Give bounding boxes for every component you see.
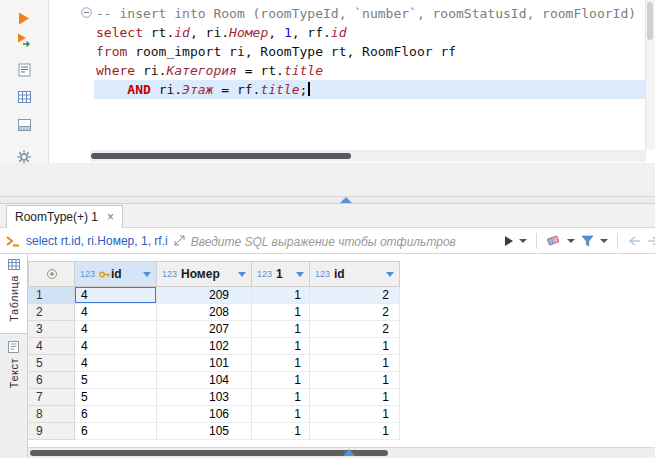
row-number[interactable]: 6 xyxy=(28,372,75,389)
panel-splitter[interactable] xyxy=(0,196,655,204)
grid-hscrollbar[interactable] xyxy=(28,447,655,458)
column-type-label: 123 xyxy=(257,269,272,279)
grid-cell[interactable]: 2 xyxy=(310,287,400,304)
grid-cell[interactable]: 5 xyxy=(75,372,157,389)
editor-hscrollbar[interactable] xyxy=(90,150,646,162)
collapse-panel-icon[interactable] xyxy=(343,449,355,456)
settings-gear-icon[interactable] xyxy=(13,148,35,166)
code-line[interactable]: -- insert into Room (roomTypeId, `number… xyxy=(96,4,636,23)
grid-cell[interactable]: 4 xyxy=(75,287,157,304)
execute-script-icon[interactable] xyxy=(13,31,35,49)
grid-cell[interactable]: 1 xyxy=(310,338,400,355)
grid-cell[interactable]: 1 xyxy=(310,406,400,423)
grid-cell[interactable]: 104 xyxy=(157,372,252,389)
execute-statement-icon[interactable] xyxy=(13,9,35,27)
grid-cell[interactable]: 1 xyxy=(310,355,400,372)
column-header-nomer[interactable]: 123 Номер xyxy=(157,261,252,287)
clear-filter-caret-icon[interactable] xyxy=(567,239,575,243)
code-token xyxy=(96,82,127,97)
output-panel-icon[interactable] xyxy=(13,116,35,134)
row-number[interactable]: 4 xyxy=(28,338,75,355)
grid-cell[interactable]: 4 xyxy=(75,338,157,355)
row-number[interactable]: 7 xyxy=(28,389,75,406)
code-area[interactable]: -- insert into Room (roomTypeId, `number… xyxy=(96,0,645,149)
tab-grid-view[interactable]: Таблица xyxy=(0,254,27,334)
key-icon xyxy=(99,270,111,279)
filter-history-caret-icon[interactable] xyxy=(519,239,527,243)
column-header-id2[interactable]: 123 id xyxy=(310,261,400,287)
column-header-1[interactable]: 123 1 xyxy=(252,261,310,287)
grid-cell[interactable]: 4 xyxy=(75,355,157,372)
close-icon[interactable]: × xyxy=(107,210,114,224)
vscrollbar-thumb[interactable] xyxy=(647,2,653,40)
prev-page-icon[interactable] xyxy=(627,236,641,246)
code-line[interactable]: where ri.Категория = rt.title xyxy=(96,61,323,80)
results-tab[interactable]: RoomType(+) 1 × xyxy=(6,205,123,228)
hscrollbar-thumb[interactable] xyxy=(91,153,351,159)
explain-plan-icon[interactable] xyxy=(13,61,35,79)
grid-cell[interactable]: 106 xyxy=(157,406,252,423)
grid-cell[interactable]: 1 xyxy=(310,372,400,389)
grid-cell[interactable]: 207 xyxy=(157,321,252,338)
grid-cell[interactable]: 1 xyxy=(310,423,400,440)
code-line[interactable]: from room_import ri, RoomType rt, RoomFl… xyxy=(96,42,456,61)
grid-cell[interactable]: 1 xyxy=(252,372,310,389)
grid-cell[interactable]: 1 xyxy=(252,389,310,406)
column-menu-icon[interactable] xyxy=(386,272,394,277)
row-filler xyxy=(400,406,655,423)
grid-cell[interactable]: 208 xyxy=(157,304,252,321)
grid-cell[interactable]: 1 xyxy=(252,423,310,440)
clear-filter-icon[interactable] xyxy=(546,234,561,247)
column-menu-icon[interactable] xyxy=(238,272,246,277)
grid-cell[interactable]: 2 xyxy=(310,321,400,338)
grid-cell[interactable]: 5 xyxy=(75,389,157,406)
row-number[interactable]: 5 xyxy=(28,355,75,372)
grid-cell[interactable]: 1 xyxy=(252,304,310,321)
filters-menu-caret-icon[interactable] xyxy=(600,239,608,243)
grid-cell[interactable]: 6 xyxy=(75,423,157,440)
code-token: . xyxy=(174,82,182,97)
row-number[interactable]: 1 xyxy=(28,287,75,304)
grid-cell[interactable]: 6 xyxy=(75,406,157,423)
code-line[interactable]: AND ri.Этаж = rf.title; xyxy=(96,80,310,99)
expand-filter-icon[interactable] xyxy=(174,235,185,246)
filter-input[interactable]: Введите SQL выражение чтобы отфильтров xyxy=(191,232,499,250)
grid-cell[interactable]: 1 xyxy=(310,389,400,406)
grid-cell[interactable]: 2 xyxy=(310,304,400,321)
grid-cell[interactable]: 105 xyxy=(157,423,252,440)
fold-collapse-icon[interactable] xyxy=(81,7,92,18)
editor-vscrollbar[interactable] xyxy=(645,0,655,150)
code-token: rf xyxy=(307,25,323,40)
filters-menu-icon[interactable] xyxy=(581,235,594,247)
grid-cell[interactable]: 4 xyxy=(75,304,157,321)
grid-cell[interactable]: 209 xyxy=(157,287,252,304)
grid-cell[interactable]: 1 xyxy=(252,406,310,423)
grid-cell[interactable]: 1 xyxy=(252,321,310,338)
grid-cell[interactable]: 1 xyxy=(252,287,310,304)
grid-cell[interactable]: 4 xyxy=(75,321,157,338)
code-line[interactable]: select rt.id, ri.Номер, 1, rf.id xyxy=(96,23,347,42)
sql-editor[interactable]: -- insert into Room (roomTypeId, `number… xyxy=(0,0,655,163)
corner-config-icon[interactable] xyxy=(28,261,75,287)
tab-text-view[interactable]: Текст xyxy=(0,336,27,406)
row-number[interactable]: 9 xyxy=(28,423,75,440)
column-header-id[interactable]: 123 id xyxy=(75,261,157,287)
grid-cell[interactable]: 101 xyxy=(157,355,252,372)
grid-cell[interactable]: 1 xyxy=(252,355,310,372)
toolbar-separator xyxy=(536,233,537,249)
hscrollbar-thumb[interactable] xyxy=(30,450,388,456)
grid-view-icon[interactable] xyxy=(13,88,35,106)
filter-query[interactable]: select rt.id, ri.Номер, 1, rf.i xyxy=(26,234,168,248)
collapse-panel-icon[interactable] xyxy=(340,197,352,203)
apply-filter-icon[interactable] xyxy=(505,236,513,246)
column-menu-icon[interactable] xyxy=(296,272,304,277)
next-page-icon[interactable] xyxy=(647,236,655,246)
row-number[interactable]: 3 xyxy=(28,321,75,338)
grid-cell[interactable]: 1 xyxy=(252,338,310,355)
column-menu-icon[interactable] xyxy=(143,272,151,277)
code-token: ri xyxy=(143,63,159,78)
grid-cell[interactable]: 103 xyxy=(157,389,252,406)
grid-cell[interactable]: 102 xyxy=(157,338,252,355)
row-number[interactable]: 8 xyxy=(28,406,75,423)
row-number[interactable]: 2 xyxy=(28,304,75,321)
